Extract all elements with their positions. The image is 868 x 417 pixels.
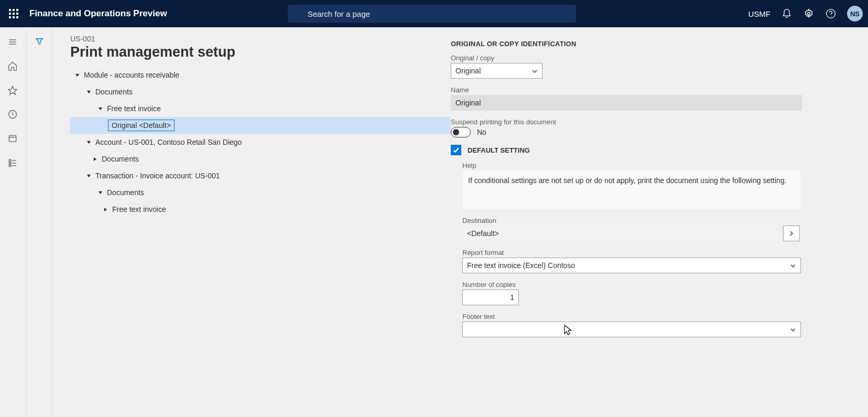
select-footer-text[interactable] bbox=[462, 322, 801, 337]
chevron-down-icon bbox=[790, 262, 796, 269]
select-original-copy[interactable]: Original bbox=[451, 63, 542, 79]
svg-marker-8 bbox=[8, 87, 17, 95]
chevron-down-icon bbox=[96, 189, 104, 196]
tree-label: Documents bbox=[107, 188, 144, 197]
svg-rect-13 bbox=[9, 162, 10, 164]
tree-node-transaction-documents[interactable]: Documents bbox=[70, 184, 451, 201]
label-original-copy: Original / copy bbox=[451, 54, 863, 62]
company-indicator[interactable]: USMF bbox=[748, 9, 771, 18]
svg-point-4 bbox=[830, 16, 831, 16]
clock-icon[interactable] bbox=[7, 109, 19, 121]
tree-node-free-text-invoice[interactable]: Free text invoice bbox=[70, 100, 451, 117]
toggle-value: No bbox=[477, 128, 486, 136]
label-copies: Number of copies bbox=[462, 281, 863, 288]
chevron-down-icon bbox=[85, 88, 92, 95]
select-report-format[interactable]: Free text invoice (Excel) Contoso bbox=[462, 258, 801, 273]
input-value: Original bbox=[455, 99, 481, 107]
tree-label: Original <Default> bbox=[108, 120, 175, 131]
bell-icon[interactable] bbox=[781, 8, 793, 19]
tree-node-free-text-invoice-2[interactable]: Free text invoice bbox=[70, 201, 451, 218]
label-help: Help bbox=[462, 162, 863, 169]
tree-area: US-001 Print management setup Module - a… bbox=[52, 27, 451, 417]
label-report-format: Report format bbox=[462, 249, 863, 256]
svg-marker-19 bbox=[86, 90, 90, 93]
svg-rect-10 bbox=[9, 135, 16, 142]
search-input[interactable] bbox=[288, 5, 576, 23]
svg-marker-22 bbox=[93, 157, 96, 161]
breadcrumb: US-001 bbox=[70, 35, 451, 43]
label-name: Name bbox=[451, 86, 863, 94]
tree-label: Module - accounts receivable bbox=[84, 71, 179, 79]
modules-icon[interactable] bbox=[7, 157, 19, 169]
page-title: Print management setup bbox=[70, 44, 451, 60]
gear-icon[interactable] bbox=[803, 8, 815, 19]
chevron-down-icon bbox=[531, 68, 538, 74]
home-icon[interactable] bbox=[7, 61, 19, 72]
label-destination: Destination bbox=[462, 217, 863, 224]
section-label-identification: ORIGINAL OR COPY IDENTIFICATION bbox=[451, 40, 863, 48]
svg-marker-20 bbox=[98, 107, 102, 110]
topbar: Finance and Operations Preview USMF NS bbox=[0, 0, 868, 27]
chevron-right-icon bbox=[102, 206, 109, 213]
tree-node-account-documents[interactable]: Documents bbox=[70, 151, 451, 167]
input-value: 1 bbox=[510, 293, 514, 302]
tree-node-account[interactable]: Account - US-001, Contoso Retail San Die… bbox=[70, 134, 451, 151]
filter-icon[interactable] bbox=[35, 37, 44, 48]
chevron-down-icon bbox=[96, 105, 104, 112]
label-footer: Footer text bbox=[462, 313, 863, 320]
svg-point-2 bbox=[808, 13, 810, 15]
filter-rail bbox=[26, 27, 52, 417]
svg-rect-14 bbox=[9, 165, 10, 166]
svg-marker-18 bbox=[75, 73, 79, 76]
select-value: Original bbox=[455, 67, 481, 75]
label-suspend: Suspend printing for this document bbox=[451, 118, 863, 126]
tree-node-original-default[interactable]: Original <Default> bbox=[70, 117, 451, 134]
chevron-down-icon bbox=[85, 172, 92, 179]
svg-marker-23 bbox=[86, 174, 90, 177]
tree-label: Documents bbox=[102, 155, 139, 163]
chevron-right-icon bbox=[91, 155, 99, 163]
app-title: Finance and Operations Preview bbox=[29, 8, 167, 19]
tree-label: Documents bbox=[95, 88, 133, 96]
chevron-down-icon bbox=[73, 71, 81, 79]
hamburger-icon[interactable] bbox=[7, 37, 19, 48]
input-copies[interactable]: 1 bbox=[462, 290, 519, 305]
form-area: ORIGINAL OR COPY IDENTIFICATION Original… bbox=[451, 27, 868, 417]
svg-marker-24 bbox=[98, 191, 102, 194]
toggle-suspend[interactable] bbox=[451, 127, 471, 137]
tree-label: Free text invoice bbox=[107, 104, 161, 113]
tree-label: Free text invoice bbox=[112, 205, 166, 213]
label-default-setting: DEFAULT SETTING bbox=[468, 146, 530, 154]
input-value: <Default> bbox=[467, 229, 499, 238]
star-icon[interactable] bbox=[7, 85, 19, 97]
chevron-down-icon bbox=[790, 326, 796, 333]
tree-label: Transaction - Invoice account: US-001 bbox=[95, 172, 220, 180]
checkbox-default-setting[interactable] bbox=[451, 145, 461, 155]
tree-label: Account - US-001, Contoso Retail San Die… bbox=[95, 138, 242, 146]
help-text: If conditional settings are not set up o… bbox=[462, 170, 801, 209]
svg-marker-21 bbox=[86, 141, 90, 143]
tree: Module - accounts receivable Documents F… bbox=[70, 67, 451, 218]
destination-lookup-button[interactable] bbox=[783, 226, 800, 241]
input-destination[interactable]: <Default> bbox=[462, 226, 778, 241]
workspace-icon[interactable] bbox=[7, 133, 19, 145]
tree-node-documents[interactable]: Documents bbox=[70, 83, 451, 100]
app-launcher-icon[interactable] bbox=[5, 5, 22, 22]
avatar[interactable]: NS bbox=[847, 6, 863, 22]
help-icon[interactable] bbox=[825, 8, 837, 19]
left-nav-rail bbox=[0, 27, 26, 417]
chevron-down-icon bbox=[85, 138, 92, 146]
tree-node-module[interactable]: Module - accounts receivable bbox=[70, 67, 451, 83]
svg-rect-12 bbox=[9, 159, 10, 161]
select-value: Free text invoice (Excel) Contoso bbox=[467, 261, 575, 270]
svg-marker-25 bbox=[104, 207, 106, 211]
tree-node-transaction[interactable]: Transaction - Invoice account: US-001 bbox=[70, 167, 451, 184]
input-name: Original bbox=[451, 95, 802, 111]
